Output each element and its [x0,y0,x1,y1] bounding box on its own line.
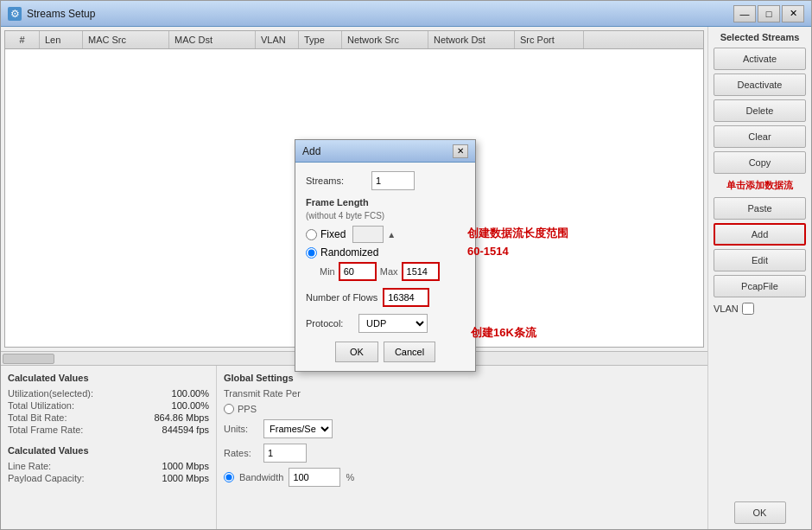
col-macdst: MAC Dst [169,31,256,48]
streams-input[interactable] [371,171,415,190]
col-vlan: VLAN [256,31,299,48]
dialog-titlebar: Add ✕ [295,140,475,163]
window-icon: ⚙ [8,7,22,21]
sidebar-title: Selected Streams [714,32,806,42]
total-utilization-label: Total Utilization: [8,400,74,411]
payload-capacity-row: Payload Capacity: 1000 Mbps [8,473,209,483]
maximize-button[interactable]: □ [758,5,780,22]
percent-label: % [346,472,354,482]
rates-row: Rates: [224,444,701,463]
col-srcport: Src Port [515,31,584,48]
flows-label: Number of Flows [306,292,377,303]
bandwidth-radio[interactable] [224,472,234,482]
randomized-radio[interactable] [306,247,317,259]
add-dialog[interactable]: Add ✕ Streams: Frame Length (without 4 b… [295,139,476,372]
activate-button[interactable]: Activate [714,48,806,70]
vlan-row: VLAN [714,303,806,315]
pcapfile-button[interactable]: PcapFile [714,275,806,297]
total-utilization-row: Total Utilization: 100.00% [8,400,209,411]
col-num: # [5,31,40,48]
deactivate-button[interactable]: Deactivate [714,73,806,96]
protocol-label: Protocol: [306,318,353,329]
col-netdst: Network Dst [428,31,515,48]
dialog-close-button[interactable]: ✕ [453,144,468,158]
line-rate-value: 1000 Mbps [162,461,209,471]
delete-button[interactable]: Delete [714,99,806,122]
col-macsrc: MAC Src [83,31,169,48]
protocol-row: Protocol: UDP TCP ICMP [306,314,465,333]
dialog-ok-button[interactable]: OK [335,342,378,362]
global-title: Global Settings [224,373,701,383]
calculated-values-panel: Calculated Values Utilization(selected):… [1,366,217,529]
dialog-title: Add [302,145,320,157]
randomized-radio-row: Randomized [306,246,465,259]
rates-label: Rates: [224,448,258,458]
transmit-rate-label: Transmit Rate Per [224,388,701,399]
table-header: # Len MAC Src MAC Dst VLAN Type Network … [5,31,703,49]
fixed-spinner-up[interactable]: ▲ [387,230,396,239]
close-button[interactable]: ✕ [782,5,804,22]
minmax-row: Min Max [320,262,465,281]
total-frame-rate-label: Total Frame Rate: [8,425,83,435]
fixed-radio[interactable] [306,229,317,240]
calc-title-1: Calculated Values [8,373,209,383]
global-settings-panel: Global Settings Transmit Rate Per PPS Un… [217,366,707,529]
total-bit-rate-label: Total Bit Rate: [8,412,67,423]
without-fcs: (without 4 byte FCS) [306,211,465,220]
min-input[interactable] [339,262,377,281]
titlebar: ⚙ Streams Setup — □ ✕ [1,1,811,27]
minimize-button[interactable]: — [733,5,756,22]
protocol-select[interactable]: UDP TCP ICMP [358,314,428,333]
right-sidebar: Selected Streams Activate Deactivate Del… [707,27,811,529]
payload-capacity-value: 1000 Mbps [162,473,209,483]
flows-input[interactable] [383,288,429,307]
pps-radio[interactable] [224,404,234,414]
copy-button[interactable]: Copy [714,151,806,174]
bandwidth-label: Bandwidth [239,472,283,482]
utilization-selected-row: Utilization(selected): 100.00% [8,388,209,399]
fixed-input[interactable] [352,226,384,243]
paste-button[interactable]: Paste [714,197,806,220]
main-window: ⚙ Streams Setup — □ ✕ # Len MAC Src MAC … [0,0,812,530]
bottom-panels: Calculated Values Utilization(selected):… [1,365,707,529]
total-utilization-value: 100.00% [172,400,209,411]
total-bit-rate-row: Total Bit Rate: 864.86 Mbps [8,412,209,423]
bandwidth-input[interactable] [289,468,340,487]
min-label: Min [320,266,335,277]
ok-button[interactable]: OK [734,501,786,524]
scroll-thumb[interactable] [3,354,54,364]
units-label: Units: [224,424,258,434]
payload-capacity-label: Payload Capacity: [8,473,85,483]
units-select[interactable]: Frames/Sec [263,419,333,438]
max-input[interactable] [402,262,440,281]
line-rate-label: Line Rate: [8,461,51,471]
fixed-label: Fixed [320,228,346,240]
titlebar-buttons: — □ ✕ [733,5,804,22]
streams-label: Streams: [306,176,366,186]
max-label: Max [380,266,398,277]
dialog-body: Streams: Frame Length (without 4 byte FC… [295,163,475,371]
randomized-label: Randomized [320,246,378,259]
dialog-cancel-button[interactable]: Cancel [384,342,435,362]
units-row: Units: Frames/Sec [224,419,701,438]
flows-row: Number of Flows [306,288,465,307]
calc-title-2: Calculated Values [8,445,209,456]
col-len: Len [40,31,83,48]
col-netsrc: Network Src [342,31,428,48]
rates-input[interactable] [263,444,307,463]
clear-button[interactable]: Clear [714,125,806,148]
dialog-buttons: OK Cancel [306,342,465,362]
edit-button[interactable]: Edit [714,249,806,271]
bandwidth-row: Bandwidth % [224,468,701,487]
total-frame-rate-row: Total Frame Rate: 844594 fps [8,425,209,435]
pps-radio-row: PPS [224,404,701,414]
add-button[interactable]: Add [714,223,806,246]
col-type: Type [299,31,342,48]
total-bit-rate-value: 864.86 Mbps [154,412,209,423]
frame-length-section: Frame Length [306,197,465,208]
vlan-label: VLAN [714,303,739,314]
window-title: Streams Setup [27,8,733,20]
total-frame-rate-value: 844594 fps [162,425,209,435]
utilization-selected-value: 100.00% [172,388,209,399]
vlan-checkbox[interactable] [742,303,754,315]
